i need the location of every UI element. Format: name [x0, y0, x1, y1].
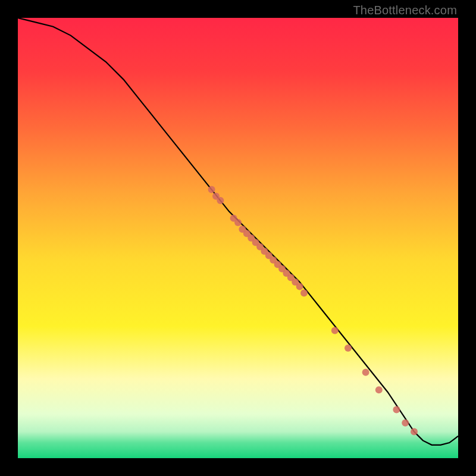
chart-svg: [18, 18, 458, 458]
data-point: [331, 327, 339, 334]
data-point: [345, 345, 352, 352]
watermark-text: TheBottleneck.com: [353, 4, 457, 17]
bottleneck-curve: [18, 18, 458, 445]
data-point: [402, 419, 409, 427]
data-points-group: [208, 186, 418, 436]
data-point: [234, 219, 242, 226]
data-point: [375, 386, 383, 393]
data-point: [411, 428, 418, 436]
data-point: [362, 369, 369, 376]
data-point: [300, 290, 308, 297]
plot-area: [18, 18, 458, 458]
data-point: [217, 197, 224, 204]
data-point: [393, 406, 400, 414]
data-point: [296, 283, 303, 290]
data-point: [208, 186, 215, 193]
